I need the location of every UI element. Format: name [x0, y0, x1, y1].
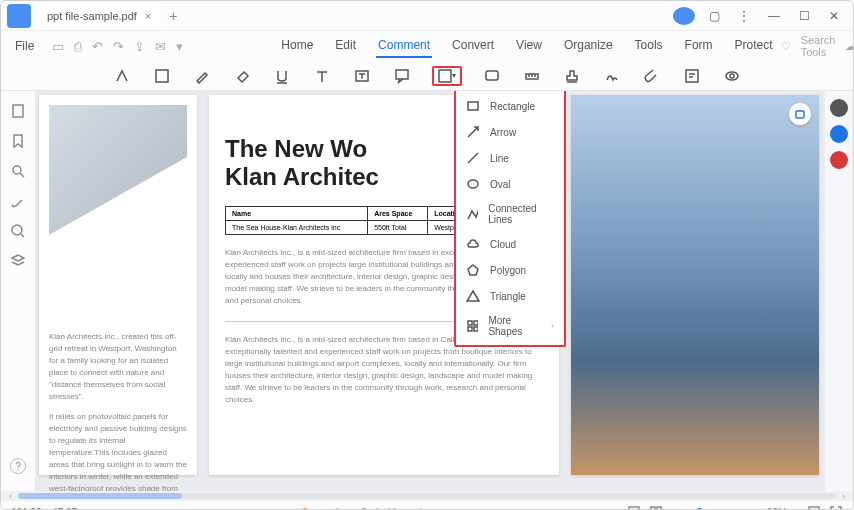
bulb-icon[interactable]: ♡	[781, 40, 791, 53]
shape-more[interactable]: More Shapes›	[456, 309, 564, 343]
shape-oval[interactable]: Oval	[456, 171, 564, 197]
next-page-button[interactable]: ›	[405, 507, 408, 511]
reading-mode-icon[interactable]	[649, 505, 663, 510]
shape-line[interactable]: Line	[456, 145, 564, 171]
share-icon[interactable]: ⇪	[134, 39, 145, 54]
underline-tool[interactable]	[272, 66, 292, 86]
menu-edit[interactable]: Edit	[333, 34, 358, 58]
hide-comments-tool[interactable]	[722, 66, 742, 86]
hand-tool-icon[interactable]: ✋	[299, 507, 311, 511]
shape-polygon[interactable]: Polygon	[456, 257, 564, 283]
first-page-button[interactable]: |‹	[336, 507, 342, 511]
eraser-tool[interactable]	[232, 66, 252, 86]
page-preview	[571, 95, 819, 475]
save-icon[interactable]: ▭	[52, 39, 64, 54]
close-tab-icon[interactable]: ×	[145, 10, 151, 22]
attachments-panel-icon[interactable]	[10, 193, 26, 209]
text-tool[interactable]	[312, 66, 332, 86]
svg-rect-4	[486, 71, 498, 80]
view-mode-icon[interactable]	[627, 505, 641, 510]
window-panel-icon[interactable]: ▢	[703, 9, 725, 23]
search-icon[interactable]	[10, 163, 26, 179]
signature-tool[interactable]	[602, 66, 622, 86]
ai-tool-icon[interactable]	[830, 151, 848, 169]
redo-icon[interactable]: ↷	[113, 39, 124, 54]
menu-protect[interactable]: Protect	[733, 34, 775, 58]
file-menu[interactable]: File	[9, 37, 40, 55]
comment-toolbar: ▾	[1, 61, 853, 91]
ai-assistant-icon[interactable]	[830, 125, 848, 143]
table-cell: 550ft Total	[368, 221, 428, 235]
shape-connected-lines[interactable]: Connected Lines	[456, 197, 564, 231]
bookmarks-icon[interactable]	[10, 133, 26, 149]
shape-arrow[interactable]: Arrow	[456, 119, 564, 145]
prev-page-button[interactable]: ‹	[350, 507, 353, 511]
area-highlight-tool[interactable]	[152, 66, 172, 86]
svg-rect-0	[156, 70, 168, 82]
svg-rect-13	[468, 102, 478, 110]
select-tool-icon[interactable]: ⬚	[319, 507, 328, 511]
document-viewport[interactable]: Klan Architects Inc., created this off-g…	[35, 91, 825, 491]
undo-icon[interactable]: ↶	[92, 39, 103, 54]
last-page-button[interactable]: ›|	[416, 507, 422, 511]
document-tab[interactable]: ppt file-sample.pdf ×	[37, 3, 161, 29]
menu-tools[interactable]: Tools	[633, 34, 665, 58]
window-more-icon[interactable]: ⋮	[733, 9, 755, 23]
scroll-left-icon[interactable]: ‹	[9, 491, 12, 501]
help-button[interactable]: ?	[10, 458, 26, 474]
find-icon[interactable]	[10, 223, 26, 239]
thumbnails-icon[interactable]	[10, 103, 26, 119]
manage-comments-tool[interactable]	[682, 66, 702, 86]
menu-organize[interactable]: Organize	[562, 34, 615, 58]
avatar[interactable]	[673, 7, 695, 25]
cloud-icon[interactable]: ☁	[845, 40, 854, 53]
scroll-right-icon[interactable]: ›	[842, 491, 845, 501]
window-maximize-button[interactable]: ☐	[793, 9, 815, 23]
zoom-out-button[interactable]: −	[671, 507, 677, 511]
shape-triangle[interactable]: Triangle	[456, 283, 564, 309]
zoom-in-button[interactable]: +	[753, 507, 759, 511]
svg-rect-9	[13, 105, 23, 117]
shapes-dropdown: Rectangle Arrow Line Oval Connected Line…	[454, 91, 566, 347]
svg-rect-16	[474, 321, 478, 325]
table-cell: The Sea House-Klan Architects inc	[226, 221, 368, 235]
measure-tool[interactable]	[522, 66, 542, 86]
shape-rectangle[interactable]: Rectangle	[456, 93, 564, 119]
layers-icon[interactable]	[10, 253, 26, 269]
svg-rect-18	[474, 327, 478, 331]
page-current[interactable]: 3	[361, 507, 367, 511]
attachment-tool[interactable]	[642, 66, 662, 86]
screenshot-icon[interactable]	[789, 103, 811, 125]
fit-page-icon[interactable]	[807, 505, 821, 510]
shapes-tool[interactable]: ▾	[432, 66, 462, 86]
qat-more-icon[interactable]: ▾	[176, 39, 183, 54]
pencil-tool[interactable]	[192, 66, 212, 86]
window-close-button[interactable]: ✕	[823, 9, 845, 23]
body-text: It relies on photovoltaic panels for ele…	[49, 411, 187, 491]
chevron-right-icon: ›	[551, 321, 554, 331]
print-icon[interactable]: ⎙	[74, 39, 82, 54]
menu-comment[interactable]: Comment	[376, 34, 432, 58]
search-tools-input[interactable]: Search Tools	[801, 34, 836, 58]
status-bar: 101.93 x 47.87 cm ✋ ⬚ |‹ ‹ 3 / 44 › ›| −…	[1, 501, 853, 510]
new-tab-button[interactable]: +	[169, 8, 177, 24]
mail-icon[interactable]: ✉	[155, 39, 166, 54]
horizontal-scrollbar[interactable]	[18, 493, 836, 499]
shape-cloud[interactable]: Cloud	[456, 231, 564, 257]
menu-home[interactable]: Home	[279, 34, 315, 58]
highlight-tool[interactable]	[112, 66, 132, 86]
settings-icon[interactable]	[830, 99, 848, 117]
stamp-tool[interactable]	[562, 66, 582, 86]
fullscreen-icon[interactable]	[829, 505, 843, 510]
tab-title: ppt file-sample.pdf	[47, 10, 137, 22]
svg-point-8	[730, 74, 734, 78]
callout-tool[interactable]	[392, 66, 412, 86]
window-minimize-button[interactable]: —	[763, 9, 785, 23]
note-tool[interactable]	[482, 66, 502, 86]
right-sidebar	[825, 91, 853, 491]
textbox-tool[interactable]	[352, 66, 372, 86]
menu-convert[interactable]: Convert	[450, 34, 496, 58]
svg-rect-15	[468, 321, 472, 325]
menu-form[interactable]: Form	[683, 34, 715, 58]
menu-view[interactable]: View	[514, 34, 544, 58]
